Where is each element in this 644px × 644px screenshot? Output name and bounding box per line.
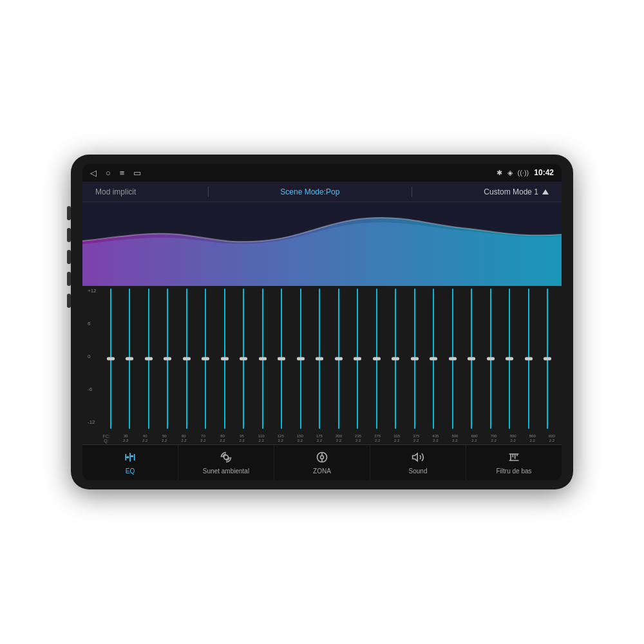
slider-thumb-70[interactable] xyxy=(202,357,209,361)
slider-thumb-50[interactable] xyxy=(164,357,171,361)
slider-thumb-175[interactable] xyxy=(316,357,323,361)
side-button-5[interactable] xyxy=(67,294,71,308)
slider-track-435[interactable] xyxy=(433,289,434,429)
slider-track-175[interactable] xyxy=(319,289,320,429)
side-button-1[interactable] xyxy=(67,206,71,220)
freq-fc-860: 860 xyxy=(529,434,536,439)
freq-q-175: 2.2 xyxy=(317,439,322,443)
freq-label-col-315: 3152.2 xyxy=(387,434,406,443)
tab-eq[interactable]: EQ xyxy=(82,445,178,480)
freq-q-30: 2.2 xyxy=(123,439,128,443)
slider-track-50[interactable] xyxy=(167,289,168,429)
dropdown-arrow-icon xyxy=(542,189,549,194)
freq-label-col-80: 802.2 xyxy=(213,434,232,443)
tab-zone[interactable]: ZONA xyxy=(274,445,370,480)
slider-track-70[interactable] xyxy=(205,289,206,429)
slider-track-60[interactable] xyxy=(186,289,187,429)
freq-q-800: 2.2 xyxy=(511,439,516,443)
divider-2 xyxy=(412,187,412,197)
freq-labels: FC:Q:302.2402.2502.2602.2702.2802.2952.2… xyxy=(97,434,562,444)
slider-thumb-80[interactable] xyxy=(221,357,229,361)
slider-thumb-110[interactable] xyxy=(259,357,267,361)
freq-q-860: 2.2 xyxy=(530,439,535,443)
freq-label-col-125: 1252.2 xyxy=(271,434,290,443)
slider-track-110[interactable] xyxy=(262,289,263,429)
freq-q-235: 2.2 xyxy=(355,439,361,443)
slider-thumb-860[interactable] xyxy=(525,357,533,361)
bluetooth-icon: ✱ xyxy=(497,169,502,177)
slider-track-20[interactable] xyxy=(110,289,111,429)
slider-thumb-700[interactable] xyxy=(487,357,495,361)
slider-thumb-60[interactable] xyxy=(183,357,191,361)
slider-track-235[interactable] xyxy=(357,289,358,429)
slider-col-60 xyxy=(178,289,196,429)
slider-col-50 xyxy=(159,289,177,429)
slider-thumb-20[interactable] xyxy=(107,357,115,361)
custom-mode[interactable]: Custom Mode 1 xyxy=(484,187,549,196)
slider-col-375 xyxy=(406,289,424,429)
slider-thumb-375[interactable] xyxy=(411,357,419,361)
slider-thumb-40[interactable] xyxy=(145,357,153,361)
slider-thumb-920[interactable] xyxy=(544,357,551,361)
freq-q-375: 2.2 xyxy=(413,439,419,443)
slider-track-315[interactable] xyxy=(395,289,396,429)
scene-mode[interactable]: Scene Mode:Pop xyxy=(280,187,339,196)
slider-thumb-235[interactable] xyxy=(354,357,361,361)
freq-fc-800: 800 xyxy=(510,434,516,439)
slider-thumb-30[interactable] xyxy=(126,357,133,361)
freq-label-col-110: 1102.2 xyxy=(252,434,271,443)
slider-track-40[interactable] xyxy=(148,289,149,429)
back-button[interactable]: ◁ xyxy=(90,168,97,178)
slider-track-860[interactable] xyxy=(528,289,529,429)
sliders-icon xyxy=(124,451,137,466)
side-button-3[interactable] xyxy=(67,250,71,264)
tab-bar: EQSunet ambientalZONASoundFiltru de bas xyxy=(82,444,562,480)
slider-track-800[interactable] xyxy=(509,289,510,429)
slider-thumb-435[interactable] xyxy=(430,357,437,361)
mode-implicit[interactable]: Mod implicit xyxy=(95,187,136,196)
slider-track-30[interactable] xyxy=(129,289,130,429)
slider-track-700[interactable] xyxy=(490,289,491,429)
slider-col-700 xyxy=(482,289,500,429)
slider-track-500[interactable] xyxy=(452,289,453,429)
slider-thumb-95[interactable] xyxy=(240,357,247,361)
eq-scale: +12 6 0 -6 -12 xyxy=(88,289,97,425)
wifi-icon: ((·)) xyxy=(518,169,529,176)
home-button[interactable]: ○ xyxy=(106,168,111,178)
slider-track-125[interactable] xyxy=(281,289,282,429)
tab-label-eq: EQ xyxy=(126,468,135,475)
tab-sound[interactable]: Sound xyxy=(370,445,466,480)
side-button-2[interactable] xyxy=(67,228,71,242)
freq-fc-110: 110 xyxy=(258,434,265,439)
slider-col-235 xyxy=(349,289,367,429)
freq-fc-80: 80 xyxy=(220,434,225,439)
recent-button[interactable]: ▭ xyxy=(133,168,141,178)
slider-track-200[interactable] xyxy=(338,289,339,429)
slider-track-600[interactable] xyxy=(471,289,472,429)
slider-col-175 xyxy=(311,289,329,429)
menu-button[interactable]: ≡ xyxy=(120,168,125,178)
slider-track-80[interactable] xyxy=(224,289,225,429)
slider-track-95[interactable] xyxy=(243,289,244,429)
slider-track-920[interactable] xyxy=(547,289,548,429)
slider-track-275[interactable] xyxy=(376,289,377,429)
side-button-4[interactable] xyxy=(67,272,71,286)
slider-thumb-500[interactable] xyxy=(449,357,457,361)
slider-thumb-150[interactable] xyxy=(297,357,305,361)
tab-bass[interactable]: Filtru de bas xyxy=(466,445,562,480)
freq-fc-150: 150 xyxy=(297,434,303,439)
freq-fc-235: 235 xyxy=(355,434,361,439)
freq-label-col-200: 2002.2 xyxy=(329,434,348,443)
slider-thumb-125[interactable] xyxy=(278,357,285,361)
slider-thumb-275[interactable] xyxy=(373,357,381,361)
slider-track-150[interactable] xyxy=(300,289,301,429)
tab-ambient[interactable]: Sunet ambiental xyxy=(178,445,274,480)
slider-thumb-315[interactable] xyxy=(392,357,399,361)
slider-thumb-200[interactable] xyxy=(335,357,343,361)
freq-fc-435: 435 xyxy=(432,434,439,439)
slider-track-375[interactable] xyxy=(414,289,415,429)
slider-thumb-600[interactable] xyxy=(468,357,475,361)
freq-label-col-435: 4352.2 xyxy=(426,434,445,443)
freq-label-col-20: FC:Q: xyxy=(97,434,116,443)
slider-thumb-800[interactable] xyxy=(506,357,513,361)
